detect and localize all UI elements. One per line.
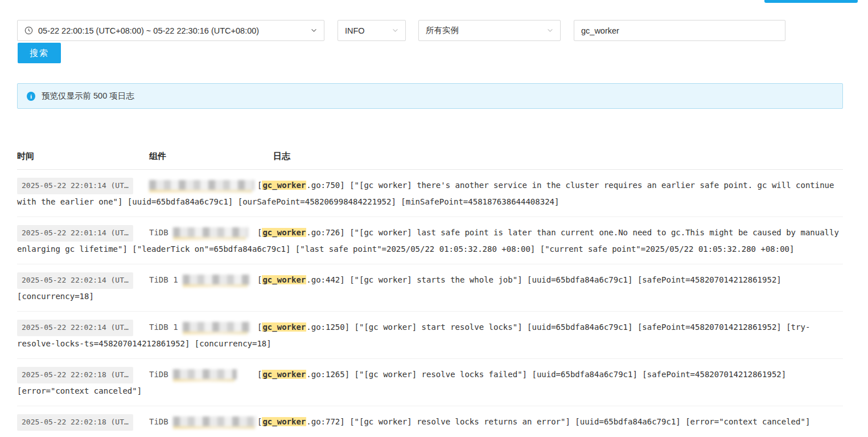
alert-message: 预览仅显示前 500 项日志 [42, 91, 134, 101]
clock-icon [24, 26, 33, 35]
log-component: TiDB 1 [149, 272, 257, 287]
log-row[interactable]: 2025-05-22 22:01:14 (UT…TiDB [gc_worker.… [17, 217, 843, 264]
log-timestamp: 2025-05-22 22:02:14 (UT… [17, 320, 133, 336]
log-row[interactable]: 2025-05-22 22:01:14 (UT… [gc_worker.go:7… [17, 170, 843, 217]
log-row[interactable]: 2025-05-22 22:02:14 (UT…TiDB 1 [gc_worke… [17, 312, 843, 359]
preview-limit-alert: i 预览仅显示前 500 项日志 [17, 83, 843, 109]
log-search-page: 05-22 22:00:15 (UTC+08:00) ~ 05-22 22:30… [0, 0, 868, 437]
chevron-down-icon [547, 28, 553, 32]
component-label: TiDB [149, 417, 168, 426]
component-label: TiDB [149, 370, 168, 379]
redacted-instance [183, 275, 250, 285]
component-label: TiDB 1 [149, 322, 178, 332]
chevron-down-icon [311, 28, 317, 32]
header-time: 时间 [17, 151, 149, 162]
redacted-instance [173, 416, 257, 427]
log-component: TiDB [149, 367, 257, 382]
log-message: [gc_worker.go:772] ["[gc worker] resolve… [257, 417, 810, 426]
log-row[interactable]: 2025-05-22 22:02:14 (UT…TiDB 1 [gc_worke… [17, 264, 843, 312]
log-component: TiDB 1 [149, 320, 257, 334]
keyword-input-wrapper [574, 20, 785, 41]
instance-select[interactable]: 所有实例 [418, 20, 561, 41]
component-label: TiDB 1 [149, 275, 178, 284]
header-component: 组件 [149, 151, 257, 162]
search-button[interactable]: 搜索 [18, 43, 61, 63]
keyword-input[interactable] [581, 26, 778, 35]
log-table-body: 2025-05-22 22:01:14 (UT… [gc_worker.go:7… [17, 170, 843, 437]
log-component: TiDB [149, 414, 257, 429]
chevron-down-icon [392, 28, 398, 32]
time-range-picker[interactable]: 05-22 22:00:15 (UTC+08:00) ~ 05-22 22:30… [17, 20, 324, 41]
redacted-instance [173, 369, 237, 379]
log-level-select[interactable]: INFO [338, 20, 406, 41]
instance-select-value: 所有实例 [426, 25, 547, 36]
log-timestamp: 2025-05-22 22:02:14 (UT… [17, 272, 133, 289]
redacted-instance [183, 322, 250, 332]
log-component: TiDB [149, 225, 257, 240]
log-component [149, 178, 257, 193]
log-timestamp: 2025-05-22 22:01:14 (UT… [17, 178, 133, 194]
log-level-value: INFO [345, 26, 392, 35]
time-range-value: 05-22 22:00:15 (UTC+08:00) ~ 05-22 22:30… [38, 26, 306, 35]
log-timestamp: 2025-05-22 22:01:14 (UT… [17, 225, 133, 242]
log-row[interactable]: 2025-05-22 22:02:18 (UT…TiDB [gc_worker.… [17, 359, 843, 406]
log-table: 时间组件日志 2025-05-22 22:01:14 (UT… [gc_work… [17, 151, 843, 437]
component-label: TiDB [149, 228, 168, 237]
log-table-header: 时间组件日志 [17, 151, 843, 170]
redacted-instance [149, 180, 254, 190]
search-toolbar: 05-22 22:00:15 (UTC+08:00) ~ 05-22 22:30… [17, 20, 851, 41]
primary-action-button[interactable] [764, 0, 858, 3]
log-timestamp: 2025-05-22 22:02:18 (UT… [17, 367, 133, 383]
log-timestamp: 2025-05-22 22:02:18 (UT… [17, 414, 133, 431]
header-log: 日志 [257, 151, 290, 162]
info-icon: i [27, 92, 35, 101]
redacted-instance [173, 227, 248, 238]
log-row[interactable]: 2025-05-22 22:02:18 (UT…TiDB [gc_worker.… [17, 406, 843, 437]
